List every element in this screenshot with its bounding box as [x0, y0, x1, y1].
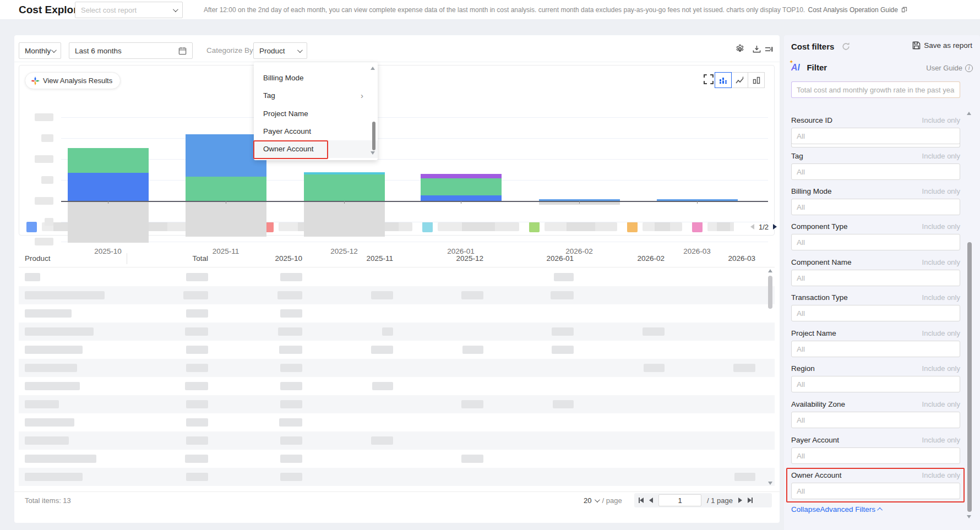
table-row[interactable] [19, 359, 775, 377]
table-row[interactable] [19, 377, 775, 395]
table-row[interactable] [19, 268, 775, 286]
sidebar-scroll-up-icon[interactable] [967, 112, 971, 115]
menu-item-owner-account[interactable]: Owner Account [254, 140, 378, 158]
settings-gear-icon[interactable] [734, 43, 746, 55]
bar-segment-2025-10[interactable] [68, 148, 149, 173]
page-size-select[interactable]: 20 / page [584, 496, 622, 505]
filter-label-resource-id: Resource ID [791, 116, 832, 124]
table-row[interactable] [19, 431, 775, 450]
redacted-value-cell [372, 382, 393, 390]
bar-segment-2026-01[interactable] [421, 178, 502, 195]
legend-item[interactable] [422, 221, 519, 232]
line-chart-button[interactable] [731, 72, 748, 88]
redacted-value-cell [462, 346, 483, 354]
scroll-down-icon[interactable] [768, 482, 772, 485]
page-number-input[interactable] [658, 494, 701, 506]
filter-input-availability-zone[interactable] [791, 412, 960, 428]
first-page-button[interactable] [639, 498, 644, 503]
save-as-report-button[interactable]: Save as report [912, 41, 972, 50]
refresh-icon[interactable] [841, 42, 851, 52]
collapse-advanced-filters-link[interactable]: CollapseAdvanced Filters [791, 505, 883, 513]
table-row[interactable] [19, 395, 775, 413]
prev-page-button[interactable] [649, 498, 653, 503]
categorize-by-select[interactable]: Product [253, 42, 307, 59]
legend-item[interactable] [627, 221, 682, 232]
legend-swatch [422, 222, 433, 232]
granularity-select[interactable]: Monthly [19, 42, 61, 59]
filter-input-transaction-type[interactable] [791, 305, 960, 321]
filter-input-billing-mode[interactable] [791, 199, 960, 215]
bar-segment-2025-10[interactable] [68, 173, 149, 201]
column-chart-button[interactable] [748, 72, 765, 88]
bar-segment-2025-11[interactable] [186, 177, 266, 201]
redacted-value-cell [279, 346, 302, 354]
legend-prev-icon[interactable] [750, 224, 754, 230]
axis-tick [461, 201, 461, 204]
bar-segment-2025-12[interactable] [304, 172, 385, 174]
filter-input-tag[interactable] [791, 163, 960, 180]
cost-report-select[interactable]: Select cost report [75, 2, 183, 18]
legend-item[interactable] [692, 221, 734, 232]
sidebar-scroll-down-icon[interactable] [967, 515, 971, 518]
bar-negative-segment-2025-12[interactable] [304, 202, 385, 237]
filter-input-region[interactable] [791, 376, 960, 392]
filter-input-project-name[interactable] [791, 341, 960, 357]
view-analysis-results-button[interactable]: View Analysis Results [25, 72, 121, 89]
filter-input-payer-account[interactable] [791, 447, 960, 464]
table-row[interactable] [19, 450, 775, 468]
redacted-value-cell [553, 400, 574, 408]
stacked-bar-chart-button[interactable] [715, 72, 732, 88]
sidebar-scrollbar-thumb[interactable] [967, 242, 972, 512]
date-range-picker[interactable]: Last 6 months [69, 42, 193, 59]
table-row[interactable] [19, 323, 775, 341]
operation-guide-link[interactable]: Cost Analysis Operation Guide [808, 6, 898, 14]
fullscreen-icon[interactable] [703, 74, 715, 86]
ai-filter-input[interactable] [791, 81, 960, 98]
next-page-button[interactable] [738, 498, 742, 503]
download-icon[interactable] [750, 43, 763, 55]
column-header-total: Total [192, 250, 208, 267]
legend-pagination: 1/2 [750, 221, 777, 232]
notice-text: After 12:00 on the 2nd day of each month… [204, 0, 907, 20]
table-row[interactable] [19, 413, 775, 431]
menu-item-project-name[interactable]: Project Name [254, 105, 378, 123]
chevron-down-icon [297, 47, 303, 53]
categorize-by-dropdown-menu: Billing ModeTag›Project NamePayer Accoun… [254, 62, 378, 160]
legend-item[interactable] [529, 221, 617, 232]
bar-negative-segment-2025-11[interactable] [186, 202, 266, 237]
redacted-legend-label [438, 222, 519, 231]
table-row[interactable] [19, 304, 775, 323]
collapse-filters-icon[interactable] [763, 43, 775, 55]
redacted-legend-label [545, 222, 617, 231]
table-row[interactable] [19, 468, 775, 486]
redacted-value-cell [279, 418, 302, 427]
legend-next-icon[interactable] [773, 224, 777, 230]
menu-scroll-down-icon[interactable] [371, 151, 375, 155]
bar-segment-2026-01[interactable] [421, 195, 502, 201]
scrollbar-thumb[interactable] [768, 276, 772, 309]
menu-item-tag[interactable]: Tag› [254, 87, 378, 105]
filter-input-resource-id[interactable] [791, 128, 960, 144]
menu-scrollbar-thumb[interactable] [372, 122, 375, 150]
menu-item-billing-mode[interactable]: Billing Mode [254, 69, 378, 87]
filter-input-component-type[interactable] [791, 234, 960, 250]
table-scrollbar[interactable] [767, 268, 773, 487]
user-guide-link[interactable]: User Guide i [926, 64, 973, 72]
table-row[interactable] [19, 341, 775, 359]
bar-negative-segment-2025-10[interactable] [68, 202, 149, 243]
legend-swatch [692, 222, 703, 232]
redacted-product-cell [25, 309, 72, 318]
redacted-value-cell [277, 291, 302, 299]
scroll-up-icon[interactable] [768, 269, 772, 272]
last-page-button[interactable] [748, 498, 753, 503]
redacted-value-cell [461, 400, 483, 408]
ai-filter-label: Filter [807, 63, 827, 72]
table-row[interactable] [19, 286, 775, 304]
menu-item-payer-account[interactable]: Payer Account [254, 123, 378, 140]
filter-input-component-name[interactable] [791, 270, 960, 286]
bar-segment-2025-12[interactable] [304, 174, 385, 201]
filter-input-owner-account[interactable] [791, 483, 960, 499]
redacted-value-cell [643, 327, 665, 336]
bar-segment-2026-01[interactable] [421, 174, 502, 178]
column-header-product: Product [25, 250, 51, 267]
